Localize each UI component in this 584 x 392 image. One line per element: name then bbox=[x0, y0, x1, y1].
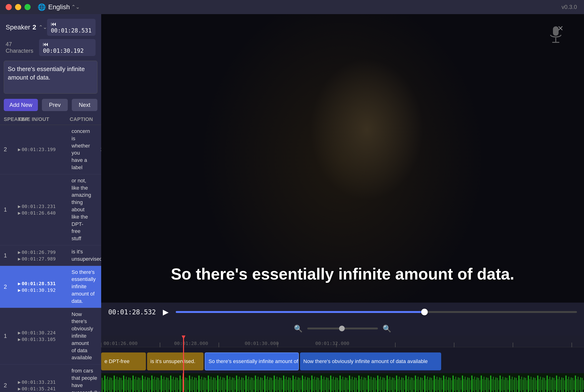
col-speaker: Speaker bbox=[4, 116, 18, 122]
play-icon: ▶ bbox=[18, 287, 21, 293]
play-button[interactable]: ▶ bbox=[160, 308, 171, 316]
table-body: 2 ▶ 00:01:23.199 concern is whether you … bbox=[0, 125, 101, 392]
caption-block-active[interactable]: So there's essentially infinite amount o… bbox=[205, 352, 299, 370]
traffic-lights bbox=[6, 4, 30, 10]
svg-rect-0 bbox=[553, 26, 558, 36]
waveform-area bbox=[101, 373, 584, 392]
svg-rect-22 bbox=[101, 373, 584, 392]
close-button[interactable] bbox=[6, 4, 12, 10]
video-background bbox=[101, 14, 584, 302]
progress-fill bbox=[176, 311, 424, 313]
zoom-in-icon[interactable]: 🔍 bbox=[382, 324, 391, 333]
playback-time: 00:01:28.532 bbox=[108, 308, 156, 316]
minimize-button[interactable] bbox=[15, 4, 21, 10]
timeline-label-1: 00:01:28.000 bbox=[174, 340, 208, 346]
timeline-ruler: 00:01:26.000 00:01:28.000 00:01:30.000 0… bbox=[101, 336, 584, 347]
play-icon: ▶ bbox=[18, 256, 21, 262]
play-icon: ▶ bbox=[18, 210, 21, 216]
speaker-row: Speaker 2 ⌃⌄ ⏮ 00:01:28.531 bbox=[0, 14, 101, 38]
play-icon: ▶ bbox=[18, 250, 21, 255]
timeline-label-3: 00:01:32.000 bbox=[315, 340, 350, 346]
table-row[interactable]: 1 ▶ 00:01:23.231 ▶ 00:01:26.640 or not, … bbox=[0, 174, 101, 246]
table-row[interactable]: 1 ▶ 00:01:30.224 ▶ 00:01:33.105 Now ther… bbox=[0, 308, 101, 365]
right-panel: So there's essentially infinite amount o… bbox=[101, 14, 584, 392]
microphone-icon bbox=[549, 26, 563, 48]
caption-block[interactable]: is it's unsupervised. bbox=[147, 352, 204, 370]
table-header: Speaker Time In/Out Caption CPS bbox=[0, 114, 101, 125]
speaker-stepper[interactable]: ⌃⌄ bbox=[38, 24, 47, 30]
timeline-playhead[interactable] bbox=[183, 336, 184, 392]
play-icon: ▶ bbox=[18, 146, 21, 152]
speaker-label: Speaker 2 ⌃⌄ bbox=[6, 24, 47, 31]
play-icon: ▶ bbox=[18, 386, 21, 392]
zoom-thumb[interactable] bbox=[339, 326, 345, 331]
subtitle-text: So there's essentially infinite amount o… bbox=[115, 264, 570, 284]
language-selector[interactable]: English ⌃⌄ bbox=[48, 3, 80, 11]
chevron-icon: ⌃⌄ bbox=[71, 4, 80, 10]
caption-block[interactable]: Now there's obviously infinite amount of… bbox=[300, 352, 441, 370]
play-icon: ▶ bbox=[18, 281, 21, 286]
caption-textarea[interactable]: So there's essentially infinite amount o… bbox=[4, 61, 98, 94]
timeline-area: 00:01:26.000 00:01:28.000 00:01:30.000 0… bbox=[101, 336, 584, 392]
waveform-svg bbox=[101, 373, 584, 392]
maximize-button[interactable] bbox=[24, 4, 30, 10]
zoom-bar: 🔍 🔍 bbox=[101, 322, 584, 336]
main-layout: Speaker 2 ⌃⌄ ⏮ 00:01:28.531 47 Character… bbox=[0, 14, 584, 392]
timeline-label-2: 00:01:30.000 bbox=[245, 340, 279, 346]
timeline-label-0: 00:01:26.000 bbox=[104, 340, 138, 346]
play-icon: ▶ bbox=[18, 379, 21, 385]
zoom-out-icon[interactable]: 🔍 bbox=[294, 324, 302, 333]
table-row[interactable]: 2 ▶ 00:01:23.199 concern is whether you … bbox=[0, 125, 101, 174]
video-area: So there's essentially infinite amount o… bbox=[101, 14, 584, 302]
playback-bar: 00:01:28.532 ▶ bbox=[101, 302, 584, 322]
table-row[interactable]: 1 ▶ 00:01:26.799 ▶ 00:01:27.989 is it's … bbox=[0, 246, 101, 266]
chars-label: 47 Characters bbox=[6, 41, 39, 54]
prev-button[interactable]: Prev bbox=[42, 99, 68, 111]
next-button[interactable]: Next bbox=[72, 99, 98, 111]
globe-icon: 🌐 bbox=[38, 3, 46, 11]
table-row-active[interactable]: 2 ▶ 00:01:28.531 ▶ 00:01:30.192 So there… bbox=[0, 266, 101, 308]
play-icon: ▶ bbox=[18, 336, 21, 342]
left-panel: Speaker 2 ⌃⌄ ⏮ 00:01:28.531 47 Character… bbox=[0, 14, 101, 392]
version-label: v0.3.0 bbox=[562, 4, 577, 10]
table-row[interactable]: 2 ▶ 00:01:33.231 ▶ 00:01:35.241 from car… bbox=[0, 364, 101, 392]
time-in-badge: ⏮ 00:01:28.531 bbox=[47, 19, 96, 36]
play-icon: ▶ bbox=[18, 330, 21, 336]
titlebar: 🌐 English ⌃⌄ v0.3.0 bbox=[0, 0, 584, 14]
caption-track: e DPT-free is it's unsupervised. So ther… bbox=[101, 350, 584, 373]
skip-back-icon[interactable]: ⏮ bbox=[43, 41, 48, 48]
skip-to-start-icon[interactable]: ⏮ bbox=[51, 21, 56, 27]
chars-row: 47 Characters ⏮ 00:01:30.192 bbox=[0, 38, 101, 58]
time-out-badge: ⏮ 00:01:30.192 bbox=[39, 39, 96, 56]
progress-thumb[interactable] bbox=[421, 309, 428, 315]
col-caption: Caption bbox=[70, 116, 93, 122]
col-time: Time In/Out bbox=[18, 116, 70, 122]
subtitle-overlay: So there's essentially infinite amount o… bbox=[101, 264, 584, 284]
progress-track[interactable] bbox=[176, 311, 577, 313]
titlebar-center: 🌐 English ⌃⌄ bbox=[38, 3, 80, 11]
button-row: Add New Prev Next bbox=[0, 96, 101, 114]
play-icon: ▶ bbox=[18, 204, 21, 209]
add-new-button[interactable]: Add New bbox=[4, 99, 38, 111]
caption-block[interactable]: e DPT-free bbox=[101, 352, 146, 370]
zoom-track[interactable] bbox=[307, 328, 378, 330]
